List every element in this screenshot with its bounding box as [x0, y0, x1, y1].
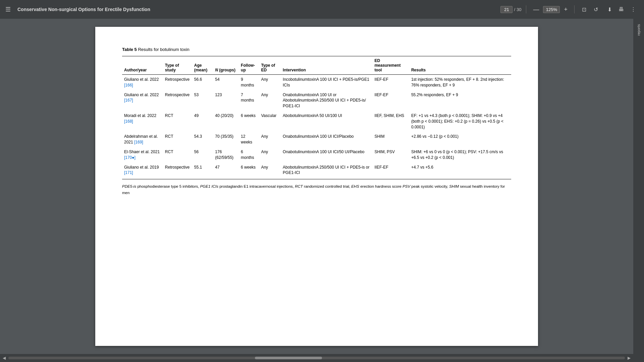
cell-followup: 9 months [239, 75, 259, 90]
cell-author: El-Shaer et al. 2021 [170●] [122, 147, 163, 163]
cell-intervention: AbobotulinumtoxinA 50 UI/100 UI [281, 111, 372, 132]
page-number-input[interactable] [500, 6, 513, 13]
cell-n-groups: 54 [213, 75, 239, 90]
page-total: 30 [517, 7, 521, 12]
reports-tab[interactable]: reports [635, 21, 642, 38]
table-header-row: Author/year Type of study Age (mean) N (… [122, 56, 511, 75]
scroll-left-button[interactable]: ◀ [1, 356, 7, 360]
cell-results: EF: +1 vs +4.3 (both p < 0.0001); SHIM: … [409, 111, 511, 132]
cell-ed-tool: IIEF, SHIM, EHS [372, 111, 409, 132]
zoom-increase-button[interactable]: + [562, 5, 570, 14]
col-header-type-ed: Type of ED [259, 56, 281, 75]
cell-type-ed: Vascular [259, 111, 281, 132]
table-row: El-Shaer et al. 2021 [170●]RCT56176 (62/… [122, 147, 511, 163]
cell-intervention: OnabotulinumtoxinA 100 UI ICI/Placebo [281, 132, 372, 147]
content-area[interactable]: Table 5 Results for botulinum toxin Auth… [0, 19, 633, 354]
cell-followup: 7 months [239, 90, 259, 111]
cell-intervention: AbobotulinumtoxinA 250/500 UI ICI + PDE5… [281, 163, 372, 179]
col-header-intervention: Intervention [281, 56, 372, 75]
reference-link[interactable]: [170●] [124, 155, 136, 160]
print-button[interactable]: 🖶 [616, 4, 627, 14]
zoom-level-display[interactable]: 125% [543, 6, 560, 13]
page-navigation: / 30 [500, 6, 521, 13]
col-header-age: Age (mean) [192, 56, 213, 75]
pdf-page: Table 5 Results for botulinum toxin Auth… [95, 27, 538, 346]
zoom-decrease-button[interactable]: — [531, 5, 541, 14]
cell-age: 53 [192, 90, 213, 111]
cell-age: 55.1 [192, 163, 213, 179]
toolbar-divider [526, 5, 526, 13]
scroll-right-button[interactable]: ▶ [626, 356, 632, 360]
cell-type-study: RCT [163, 111, 192, 132]
cell-type-ed: Any [259, 163, 281, 179]
cell-n-groups: 40 (20/20) [213, 111, 239, 132]
scroll-thumb[interactable] [255, 357, 322, 359]
cell-followup: 6 weeks [239, 111, 259, 132]
cell-type-study: RCT [163, 132, 192, 147]
col-header-n-groups: N (groups) [213, 56, 239, 75]
table-row: Giuliano et al. 2022 [167]Retrospective5… [122, 90, 511, 111]
history-button[interactable]: ↺ [591, 4, 601, 15]
cell-author: Moradi et al. 2022 [168] [122, 111, 163, 132]
cell-intervention: OnabotulinumtoxinA 100 UI ICI/50 UI/Plac… [281, 147, 372, 163]
download-button[interactable]: ⬇ [605, 4, 614, 15]
cell-ed-tool: SHIM, PSV [372, 147, 409, 163]
right-sidebar: reports [633, 19, 644, 362]
results-table: Author/year Type of study Age (mean) N (… [122, 56, 511, 179]
cell-n-groups: 70 (35/35) [213, 132, 239, 147]
cell-author: Giuliano et al. 2019 [171] [122, 163, 163, 179]
cell-type-ed: Any [259, 132, 281, 147]
table-row: Moradi et al. 2022 [168]RCT4940 (20/20)6… [122, 111, 511, 132]
cell-author: Giuliano et al. 2022 [167] [122, 90, 163, 111]
cell-followup: 12 weeks [239, 132, 259, 147]
menu-icon[interactable]: ☰ [5, 6, 11, 13]
cell-ed-tool: IIEF-EF [372, 90, 409, 111]
cell-followup: 6 weeks [239, 163, 259, 179]
table-row: Giuliano et al. 2019 [171]Retrospective5… [122, 163, 511, 179]
cell-results: +2.86 vs −0.12 (p < 0.001) [409, 132, 511, 147]
cell-age: 54.3 [192, 132, 213, 147]
fit-page-button[interactable]: ⊡ [579, 4, 589, 15]
cell-type-ed: Any [259, 90, 281, 111]
cell-results: 1st injection: 52% responders, EF + 8. 2… [409, 75, 511, 90]
reference-link[interactable]: [168] [124, 119, 133, 124]
col-header-type-study: Type of study [163, 56, 192, 75]
cell-age: 49 [192, 111, 213, 132]
reference-link[interactable]: [166] [124, 83, 133, 87]
page-controls: / 30 — 125% + ⊡ ↺ [500, 4, 601, 15]
cell-results: SHIM: +6 vs 0 vs 0 (p < 0.001); PSV: +17… [409, 147, 511, 163]
reference-link[interactable]: [167] [124, 98, 133, 103]
table-row: Abdelrahman et al. 2021 [169]RCT54.370 (… [122, 132, 511, 147]
more-options-button[interactable]: ⋮ [628, 4, 639, 15]
cell-type-ed: Any [259, 75, 281, 90]
cell-intervention: IncobotulinumtoxinA 100 UI ICI + PDE5-is… [281, 75, 372, 90]
cell-ed-tool: SHIM [372, 132, 409, 147]
table-footnote: PDE5-is phosphodiesterase type 5 inhibit… [122, 183, 511, 196]
cell-type-ed: Any [259, 147, 281, 163]
reference-link[interactable]: [171] [124, 170, 133, 175]
cell-age: 56 [192, 147, 213, 163]
horizontal-scrollbar[interactable]: ◀ ▶ [0, 354, 633, 362]
cell-intervention: OnabotulinumtoxinA 100 UI or Abobotulinu… [281, 90, 372, 111]
scroll-track[interactable] [8, 357, 625, 359]
cell-ed-tool: IIEF-EF [372, 163, 409, 179]
cell-type-study: Retrospective [163, 75, 192, 90]
cell-type-study: Retrospective [163, 90, 192, 111]
cell-n-groups: 47 [213, 163, 239, 179]
col-header-results: Results [409, 56, 511, 75]
cell-n-groups: 176 (62/59/55) [213, 147, 239, 163]
cell-followup: 6 months [239, 147, 259, 163]
reference-link[interactable]: [169] [134, 140, 143, 144]
cell-author: Abdelrahman et al. 2021 [169] [122, 132, 163, 147]
cell-n-groups: 123 [213, 90, 239, 111]
table-row: Giuliano et al. 2022 [166]Retrospective5… [122, 75, 511, 90]
cell-author: Giuliano et al. 2022 [166] [122, 75, 163, 90]
toolbar: ☰ Conservative Non-surgical Options for … [0, 0, 644, 19]
page-separator: / [514, 7, 515, 12]
cell-ed-tool: IIEF-EF [372, 75, 409, 90]
table-caption-text: Results for botulinum toxin [137, 47, 190, 52]
col-header-ed-tool: ED measurement tool [372, 56, 409, 75]
cell-results: +4.7 vs +5.6 [409, 163, 511, 179]
cell-results: 55.2% responders, EF + 9 [409, 90, 511, 111]
toolbar-divider2 [574, 5, 575, 13]
